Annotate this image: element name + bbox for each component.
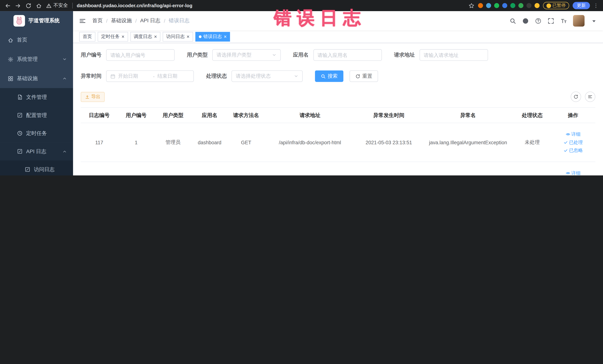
update-button[interactable]: 更新 bbox=[573, 2, 590, 9]
date-range-picker[interactable]: 开始日期 - 结束日期 bbox=[106, 70, 194, 82]
tab-access-log[interactable]: 访问日志× bbox=[163, 32, 193, 41]
edit-icon bbox=[17, 149, 23, 154]
clock-icon bbox=[17, 130, 23, 136]
breadcrumb-item[interactable]: API 日志 bbox=[140, 17, 160, 24]
extension-on-badge-icon[interactable] bbox=[510, 3, 515, 8]
close-icon[interactable]: × bbox=[187, 34, 190, 39]
refresh-table-button[interactable] bbox=[571, 92, 581, 102]
breadcrumb-separator: / bbox=[164, 18, 165, 23]
browser-back-icon[interactable] bbox=[5, 2, 11, 9]
column-settings-button[interactable] bbox=[585, 92, 595, 102]
sidebar-collapse-icon[interactable] bbox=[79, 17, 86, 24]
sidebar-item-access-log[interactable]: 访问日志 bbox=[0, 160, 73, 176]
cell-log-id: 117 bbox=[81, 123, 118, 162]
user-id-input[interactable] bbox=[110, 52, 170, 58]
cell-app-name: dashboard bbox=[191, 162, 228, 176]
tab-scheduled-jobs[interactable]: 定时任务× bbox=[98, 32, 128, 41]
extension-leaf-icon[interactable] bbox=[518, 3, 523, 8]
filter-exception-time: 异常时间 开始日期 - 结束日期 bbox=[81, 70, 194, 82]
tab-error-log[interactable]: 错误日志× bbox=[195, 32, 230, 41]
top-navbar: 首页/基础设施/API 日志/错误日志 bbox=[73, 11, 603, 30]
security-chip[interactable]: 不安全 bbox=[46, 2, 68, 9]
action-processed-link[interactable]: 已处理 bbox=[552, 138, 594, 146]
sidebar-item-api-logs[interactable]: API 日志 bbox=[0, 142, 73, 161]
browser-refresh-icon[interactable] bbox=[25, 2, 32, 9]
browser-home-icon[interactable] bbox=[36, 2, 42, 9]
app-name-input-wrap bbox=[313, 49, 382, 61]
fullscreen-icon[interactable] bbox=[548, 17, 554, 24]
end-date-placeholder: 结束日期 bbox=[157, 73, 190, 80]
cell-status: 未处理 bbox=[514, 123, 551, 162]
search-icon[interactable] bbox=[510, 17, 516, 24]
sidebar: 芋道管理系统 首页系统管理基础设施文件管理配置管理定时任务API 日志访问日志错… bbox=[0, 11, 73, 176]
extension-paw-icon[interactable] bbox=[526, 3, 531, 8]
user-type-select[interactable]: 请选择用户类型 bbox=[212, 49, 281, 61]
security-label: 不安全 bbox=[53, 2, 68, 9]
column-header-status: 处理状态 bbox=[514, 107, 551, 123]
export-button[interactable]: 导出 bbox=[81, 92, 105, 102]
grid-icon bbox=[8, 76, 13, 82]
tab-dispatch-log[interactable]: 调度日志× bbox=[130, 32, 160, 41]
menu-label: 配置管理 bbox=[26, 112, 47, 119]
sidebar-item-home[interactable]: 首页 bbox=[0, 30, 73, 50]
column-header-method: 请求方法名 bbox=[228, 107, 265, 123]
app-name-input[interactable] bbox=[318, 52, 378, 58]
tab-label: 定时任务 bbox=[101, 33, 120, 40]
sidebar-item-system-mgmt[interactable]: 系统管理 bbox=[0, 50, 73, 69]
search-button[interactable]: 搜索 bbox=[315, 70, 344, 82]
close-icon[interactable]: × bbox=[122, 34, 125, 39]
action-detail-link[interactable]: 详细 bbox=[552, 130, 594, 138]
request-url-input[interactable] bbox=[424, 52, 484, 58]
edit-icon bbox=[25, 166, 30, 172]
tab-home[interactable]: 首页 bbox=[79, 32, 95, 41]
process-status-select[interactable]: 请选择处理状态 bbox=[232, 70, 303, 82]
caret-down-icon[interactable] bbox=[591, 17, 597, 24]
extension-green-circle-icon[interactable] bbox=[494, 3, 499, 8]
breadcrumb-item[interactable]: 基础设施 bbox=[111, 17, 132, 24]
error-log-table: 日志编号用户编号用户类型应用名请求方法名请求地址异常发生时间异常名处理状态操作 … bbox=[81, 107, 595, 176]
sidebar-item-scheduled-jobs[interactable]: 定时任务 bbox=[0, 124, 73, 142]
avatar[interactable] bbox=[573, 15, 584, 26]
cell-user-type: 管理员 bbox=[155, 123, 191, 162]
sidebar-menu: 首页系统管理基础设施文件管理配置管理定时任务API 日志访问日志错误日志MySQ… bbox=[0, 30, 73, 176]
cell-log-id: 116 bbox=[81, 162, 118, 176]
check-icon bbox=[563, 148, 568, 153]
filter-label: 异常时间 bbox=[81, 73, 102, 80]
page-content: 用户编号 用户类型 请选择用户类型 应用名 bbox=[73, 43, 603, 176]
home-icon bbox=[8, 37, 13, 43]
action-detail-link[interactable]: 详细 bbox=[552, 169, 594, 176]
sidebar-item-infrastructure[interactable]: 基础设施 bbox=[0, 69, 73, 88]
menu-label: 首页 bbox=[17, 36, 27, 43]
menu-label: 基础设施 bbox=[17, 75, 38, 82]
cell-request-url: /api/infra/db-doc/export-html bbox=[265, 162, 355, 176]
filter-label: 用户编号 bbox=[81, 52, 102, 59]
browser-menu-icon[interactable]: ⋮ bbox=[593, 3, 598, 9]
action-ignore-link[interactable]: 已忽略 bbox=[552, 146, 594, 154]
screen: 不安全 dashboard.yudao.iocoder.cn/infra/log… bbox=[0, 0, 603, 176]
close-icon[interactable]: × bbox=[154, 34, 157, 39]
bookmark-star-icon[interactable] bbox=[468, 2, 474, 9]
paused-badge[interactable]: 已暂停 bbox=[543, 2, 569, 9]
refresh-icon bbox=[573, 94, 578, 99]
tab-label: 调度日志 bbox=[134, 33, 152, 40]
extension-blue-drop-icon[interactable] bbox=[486, 3, 491, 8]
close-icon[interactable]: × bbox=[224, 34, 227, 39]
github-icon[interactable] bbox=[522, 17, 529, 24]
reset-button[interactable]: 重置 bbox=[350, 70, 378, 82]
table-header: 日志编号用户编号用户类型应用名请求方法名请求地址异常发生时间异常名处理状态操作 bbox=[81, 107, 595, 123]
breadcrumb-item[interactable]: 首页 bbox=[92, 17, 103, 24]
browser-forward-icon[interactable] bbox=[15, 2, 21, 9]
help-icon[interactable] bbox=[535, 17, 542, 24]
app-logo[interactable]: 芋道管理系统 bbox=[0, 11, 73, 30]
table-toolbar: 导出 bbox=[81, 92, 595, 102]
extension-orange-icon[interactable] bbox=[478, 3, 483, 8]
search-button-label: 搜索 bbox=[328, 73, 338, 80]
font-size-icon[interactable] bbox=[560, 17, 567, 24]
extension-smiley-icon[interactable] bbox=[534, 3, 539, 8]
extension-metro-grid-icon[interactable] bbox=[502, 3, 507, 8]
address-bar[interactable]: dashboard.yudao.iocoder.cn/infra/log/api… bbox=[77, 3, 192, 8]
table-row: 1161管理员dashboardGET/api/infra/db-doc/exp… bbox=[81, 162, 595, 176]
chevron-up-icon bbox=[62, 149, 67, 154]
sidebar-item-file-mgmt[interactable]: 文件管理 bbox=[0, 88, 73, 106]
sidebar-item-config-mgmt[interactable]: 配置管理 bbox=[0, 106, 73, 124]
